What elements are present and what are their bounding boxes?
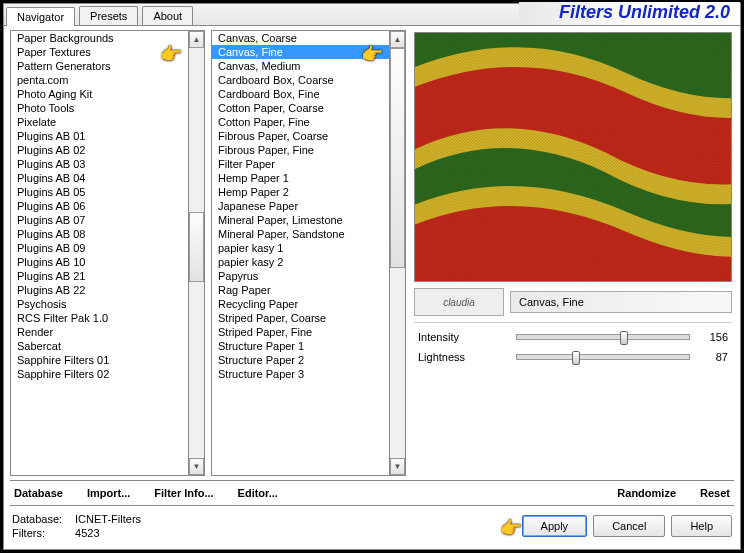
category-scrollbar[interactable]: ▲ ▼ [188, 30, 205, 476]
category-item[interactable]: Plugins AB 10 [11, 255, 188, 269]
app-title: Filters Unlimited 2.0 [519, 2, 740, 25]
category-list-wrap: Paper BackgroundsPaper Textures👉Pattern … [10, 30, 205, 476]
param-label: Intensity [418, 331, 508, 343]
filter-item[interactable]: Canvas, Medium [212, 59, 389, 73]
category-item[interactable]: Plugins AB 05 [11, 185, 188, 199]
category-item[interactable]: Photo Tools [11, 101, 188, 115]
pointer-hand-icon: 👉 [500, 517, 522, 539]
filter-item[interactable]: Mineral Paper, Limestone [212, 213, 389, 227]
filter-item[interactable]: Hemp Paper 2 [212, 185, 389, 199]
filters-value: 4523 [75, 526, 99, 540]
logo-text: claudia [443, 297, 475, 308]
filter-item[interactable]: Fibrous Paper, Coarse [212, 129, 389, 143]
category-item[interactable]: Plugins AB 02 [11, 143, 188, 157]
filter-list-wrap: Canvas, CoarseCanvas, Fine👉Canvas, Mediu… [211, 30, 406, 476]
filter-item[interactable]: Structure Paper 2 [212, 353, 389, 367]
filter-item[interactable]: Cotton Paper, Fine [212, 115, 389, 129]
filter-item[interactable]: Fibrous Paper, Fine [212, 143, 389, 157]
category-item[interactable]: Sapphire Filters 01 [11, 353, 188, 367]
filter-item[interactable]: Rag Paper [212, 283, 389, 297]
preview-panel: claudia Canvas, Fine Intensity156Lightne… [412, 30, 734, 476]
filter-item[interactable]: Hemp Paper 1 [212, 171, 389, 185]
param-value: 87 [698, 351, 728, 363]
filter-item[interactable]: Cotton Paper, Coarse [212, 101, 389, 115]
filter-item[interactable]: Canvas, Fine👉 [212, 45, 389, 59]
current-filter-label: Canvas, Fine [510, 291, 732, 313]
author-logo: claudia [414, 288, 504, 316]
category-item[interactable]: Paper Backgrounds [11, 31, 188, 45]
parameter-list: Intensity156Lightness87 [414, 322, 732, 367]
filter-item[interactable]: Structure Paper 3 [212, 367, 389, 381]
filter-item[interactable]: Japanese Paper [212, 199, 389, 213]
randomize-button[interactable]: Randomize [613, 485, 680, 501]
filter-item[interactable]: Mineral Paper, Sandstone [212, 227, 389, 241]
category-item[interactable]: Plugins AB 09 [11, 241, 188, 255]
scroll-thumb[interactable] [189, 212, 204, 282]
filter-item[interactable]: Filter Paper [212, 157, 389, 171]
meta-info: Database: ICNET-Filters Filters: 4523 [12, 512, 141, 540]
filter-item[interactable]: Cardboard Box, Fine [212, 87, 389, 101]
category-item[interactable]: Sapphire Filters 02 [11, 367, 188, 381]
footer: Database: ICNET-Filters Filters: 4523 👉 … [4, 506, 740, 546]
tab-navigator[interactable]: Navigator [6, 7, 75, 26]
filter-item[interactable]: Structure Paper 1 [212, 339, 389, 353]
db-label: Database: [12, 512, 72, 526]
category-item[interactable]: Render [11, 325, 188, 339]
category-item[interactable]: Plugins AB 04 [11, 171, 188, 185]
category-item[interactable]: Plugins AB 03 [11, 157, 188, 171]
category-list[interactable]: Paper BackgroundsPaper Textures👉Pattern … [10, 30, 188, 476]
help-button[interactable]: Help [671, 515, 732, 537]
category-item[interactable]: Sabercat [11, 339, 188, 353]
filter-item[interactable]: Recycling Paper [212, 297, 389, 311]
param-row: Lightness87 [414, 347, 732, 367]
editor-button[interactable]: Editor... [234, 485, 282, 501]
category-item[interactable]: Plugins AB 08 [11, 227, 188, 241]
filter-item[interactable]: Striped Paper, Fine [212, 325, 389, 339]
scroll-up-icon[interactable]: ▲ [189, 31, 204, 48]
filter-name-row: claudia Canvas, Fine [414, 288, 732, 316]
category-item[interactable]: Plugins AB 22 [11, 283, 188, 297]
tab-bar: Navigator Presets About Filters Unlimite… [4, 4, 740, 26]
scroll-down-icon[interactable]: ▼ [189, 458, 204, 475]
category-item[interactable]: Pattern Generators [11, 59, 188, 73]
filter-list[interactable]: Canvas, CoarseCanvas, Fine👉Canvas, Mediu… [211, 30, 389, 476]
tab-about[interactable]: About [142, 6, 193, 25]
category-item[interactable]: penta.com [11, 73, 188, 87]
category-item[interactable]: Plugins AB 07 [11, 213, 188, 227]
import-button[interactable]: Import... [83, 485, 134, 501]
scroll-up-icon[interactable]: ▲ [390, 31, 405, 48]
param-slider[interactable] [516, 334, 690, 340]
scroll-down-icon[interactable]: ▼ [390, 458, 405, 475]
toolbar: Database Import... Filter Info... Editor… [10, 480, 734, 506]
category-item[interactable]: Plugins AB 06 [11, 199, 188, 213]
dialog-buttons: 👉 Apply Cancel Help [522, 515, 732, 537]
filter-item[interactable]: Canvas, Coarse [212, 31, 389, 45]
category-item[interactable]: Paper Textures👉 [11, 45, 188, 59]
filter-info-button[interactable]: Filter Info... [150, 485, 217, 501]
category-item[interactable]: Pixelate [11, 115, 188, 129]
category-item[interactable]: Photo Aging Kit [11, 87, 188, 101]
param-label: Lightness [418, 351, 508, 363]
filter-item[interactable]: papier kasy 1 [212, 241, 389, 255]
filter-item[interactable]: Cardboard Box, Coarse [212, 73, 389, 87]
svg-rect-4 [415, 33, 731, 281]
category-item[interactable]: Psychosis [11, 297, 188, 311]
category-item[interactable]: RCS Filter Pak 1.0 [11, 311, 188, 325]
param-slider[interactable] [516, 354, 690, 360]
filter-item[interactable]: papier kasy 2 [212, 255, 389, 269]
param-value: 156 [698, 331, 728, 343]
filter-scrollbar[interactable]: ▲ ▼ [389, 30, 406, 476]
apply-button[interactable]: Apply [522, 515, 588, 537]
slider-thumb[interactable] [620, 331, 628, 345]
category-item[interactable]: Plugins AB 01 [11, 129, 188, 143]
scroll-thumb[interactable] [390, 48, 405, 268]
reset-button[interactable]: Reset [696, 485, 734, 501]
filter-item[interactable]: Striped Paper, Coarse [212, 311, 389, 325]
cancel-button[interactable]: Cancel [593, 515, 665, 537]
filter-item[interactable]: Papyrus [212, 269, 389, 283]
slider-thumb[interactable] [572, 351, 580, 365]
category-item[interactable]: Plugins AB 21 [11, 269, 188, 283]
param-row: Intensity156 [414, 327, 732, 347]
database-button[interactable]: Database [10, 485, 67, 501]
tab-presets[interactable]: Presets [79, 6, 138, 25]
